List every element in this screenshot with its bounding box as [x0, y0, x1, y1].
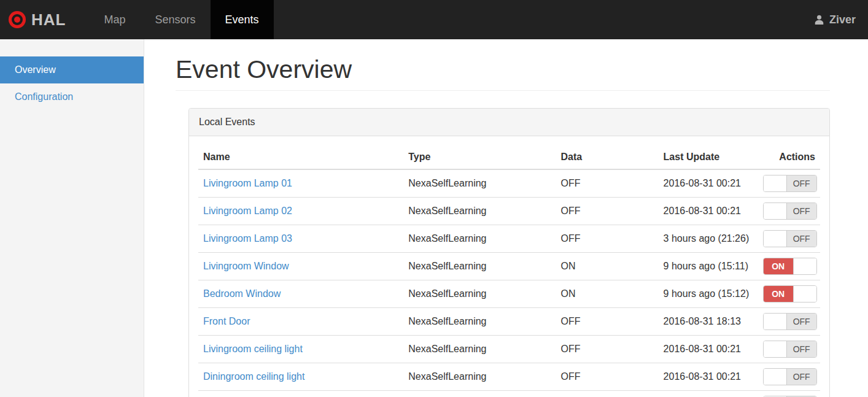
- event-toggle-switch[interactable]: OFF: [763, 175, 817, 192]
- nav-item-sensors[interactable]: Sensors: [140, 0, 210, 39]
- user-name: Ziver: [829, 13, 856, 26]
- column-header-name: Name: [198, 145, 403, 169]
- name-cell: Livingroom Lamp 03: [198, 225, 403, 253]
- event-name-link[interactable]: Front Door: [203, 316, 250, 326]
- table-header-row: Name Type Data Last Update Actions: [198, 145, 820, 169]
- event-name-link[interactable]: Livingroom ceiling light: [203, 344, 303, 354]
- name-cell: Front Door: [198, 308, 403, 336]
- nav-item-events[interactable]: Events: [211, 0, 274, 39]
- event-name-link[interactable]: Livingroom Lamp 01: [203, 178, 292, 188]
- main-content: Event Overview Local Events Name Type Da…: [145, 39, 868, 397]
- event-data: OFF: [556, 363, 658, 391]
- event-type: NexaSelfLearning: [403, 225, 556, 253]
- switch-handle: [764, 314, 787, 330]
- switch-state-label: ON: [764, 258, 793, 274]
- event-type: NexaSelfLearning: [403, 308, 556, 336]
- switch-state-label: OFF: [787, 231, 816, 247]
- event-data: ON: [556, 253, 658, 280]
- target-icon: [9, 11, 26, 28]
- switch-handle: [793, 258, 816, 274]
- event-type: NexaSelfLearning: [403, 169, 556, 198]
- column-header-actions: Actions: [758, 145, 820, 169]
- panel-body: Name Type Data Last Update Actions Livin…: [189, 136, 829, 397]
- table-row: Livingroom Lamp 03 NexaSelfLearning OFF …: [198, 225, 820, 253]
- column-header-last-update: Last Update: [659, 145, 758, 169]
- event-name-link[interactable]: Livingroom Window: [203, 261, 289, 271]
- name-cell: Livingroom Window: [198, 253, 403, 280]
- event-toggle-switch[interactable]: ON: [763, 285, 817, 303]
- nav-item-map[interactable]: Map: [89, 0, 140, 39]
- event-last-update: 2016-08-31 00:21: [659, 169, 758, 198]
- event-last-update: 2016-08-31 00:21: [659, 198, 758, 225]
- brand[interactable]: HAL: [0, 0, 76, 39]
- main-nav: Map Sensors Events: [89, 0, 273, 39]
- table-row: Livingroom Window NexaSelfLearning ON 9 …: [198, 253, 820, 280]
- name-cell: Bedroom Window: [198, 280, 403, 308]
- user-menu[interactable]: Ziver: [813, 0, 868, 39]
- table-row: Front Door NexaSelfLearning OFF 2016-08-…: [198, 308, 820, 336]
- event-toggle-switch[interactable]: OFF: [763, 341, 817, 358]
- event-data: OFF: [556, 169, 658, 198]
- event-last-update: 2016-08-31 00:21: [659, 391, 758, 397]
- event-name-link[interactable]: Diningroom ceiling light: [203, 371, 304, 382]
- events-table: Name Type Data Last Update Actions Livin…: [198, 145, 820, 397]
- top-navbar: HAL Map Sensors Events Ziver: [0, 0, 868, 39]
- event-name-link[interactable]: Livingroom Lamp 02: [203, 206, 292, 216]
- name-cell: Livingroom Lamp 01: [198, 169, 403, 198]
- name-cell: Kitchen ceiling light: [198, 391, 403, 397]
- brand-label: HAL: [31, 10, 66, 29]
- event-toggle-switch[interactable]: ON: [763, 258, 817, 275]
- table-row: Kitchen ceiling light NexaSelfLearning O…: [198, 391, 820, 397]
- name-cell: Livingroom Lamp 02: [198, 198, 403, 225]
- actions-cell: OFF: [758, 308, 820, 336]
- event-type: NexaSelfLearning: [403, 280, 556, 308]
- event-last-update: 2016-08-31 00:21: [659, 336, 758, 363]
- actions-cell: OFF: [758, 169, 820, 198]
- switch-handle: [764, 341, 787, 357]
- page-title: Event Overview: [176, 55, 830, 91]
- local-events-panel: Local Events Name Type Data Last Update …: [188, 108, 830, 397]
- switch-handle: [793, 286, 816, 302]
- event-last-update: 9 hours ago (15:12): [659, 280, 758, 308]
- event-toggle-switch[interactable]: OFF: [763, 230, 817, 247]
- actions-cell: OFF: [758, 225, 820, 253]
- switch-state-label: OFF: [787, 369, 816, 385]
- event-data: OFF: [556, 336, 658, 363]
- events-table-body: Livingroom Lamp 01 NexaSelfLearning OFF …: [198, 169, 820, 397]
- switch-state-label: OFF: [787, 175, 816, 191]
- sidebar-item-configuration[interactable]: Configuration: [0, 83, 144, 110]
- event-type: NexaSelfLearning: [403, 336, 556, 363]
- switch-handle: [764, 369, 787, 385]
- event-data: OFF: [556, 198, 658, 225]
- user-icon: [813, 14, 825, 26]
- panel-title: Local Events: [189, 109, 829, 136]
- sidebar-item-overview[interactable]: Overview: [0, 56, 144, 83]
- event-toggle-switch[interactable]: OFF: [763, 368, 817, 385]
- event-type: NexaSelfLearning: [403, 363, 556, 391]
- event-data: ON: [556, 280, 658, 308]
- actions-cell: OFF: [758, 391, 820, 397]
- table-row: Livingroom Lamp 01 NexaSelfLearning OFF …: [198, 169, 820, 198]
- switch-state-label: OFF: [787, 314, 816, 330]
- event-name-link[interactable]: Livingroom Lamp 03: [203, 233, 292, 244]
- actions-cell: OFF: [758, 336, 820, 363]
- event-data: OFF: [556, 225, 658, 253]
- event-toggle-switch[interactable]: OFF: [763, 313, 817, 330]
- event-name-link[interactable]: Bedroom Window: [203, 288, 281, 299]
- event-toggle-switch[interactable]: OFF: [763, 202, 817, 220]
- event-type: NexaSelfLearning: [403, 198, 556, 225]
- table-row: Diningroom ceiling light NexaSelfLearnin…: [198, 363, 820, 391]
- sidebar: Overview Configuration: [0, 39, 144, 397]
- actions-cell: OFF: [758, 363, 820, 391]
- actions-cell: ON: [758, 253, 820, 280]
- column-header-type: Type: [403, 145, 556, 169]
- name-cell: Diningroom ceiling light: [198, 363, 403, 391]
- switch-state-label: OFF: [787, 203, 816, 219]
- table-row: Livingroom ceiling light NexaSelfLearnin…: [198, 336, 820, 363]
- event-last-update: 3 hours ago (21:26): [659, 225, 758, 253]
- switch-handle: [764, 203, 787, 219]
- switch-state-label: OFF: [787, 341, 816, 357]
- table-row: Bedroom Window NexaSelfLearning ON 9 hou…: [198, 280, 820, 308]
- table-row: Livingroom Lamp 02 NexaSelfLearning OFF …: [198, 198, 820, 225]
- switch-state-label: ON: [764, 286, 793, 302]
